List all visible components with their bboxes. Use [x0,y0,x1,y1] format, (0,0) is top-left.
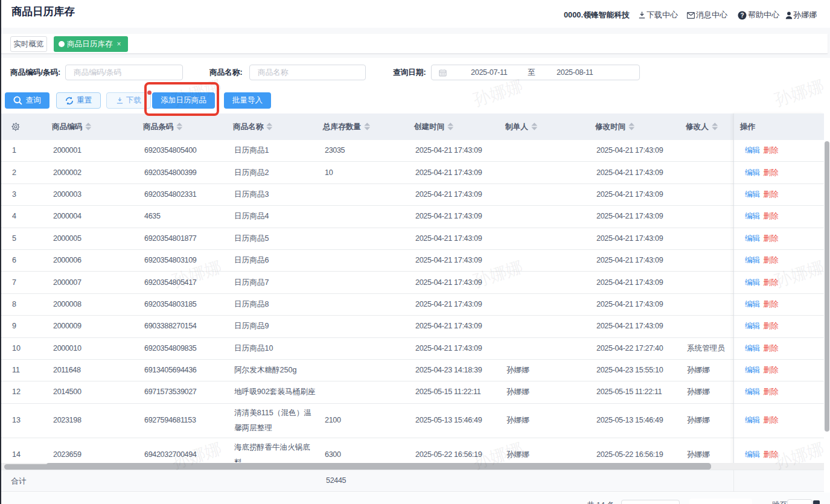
svg-text:?: ? [740,12,744,19]
